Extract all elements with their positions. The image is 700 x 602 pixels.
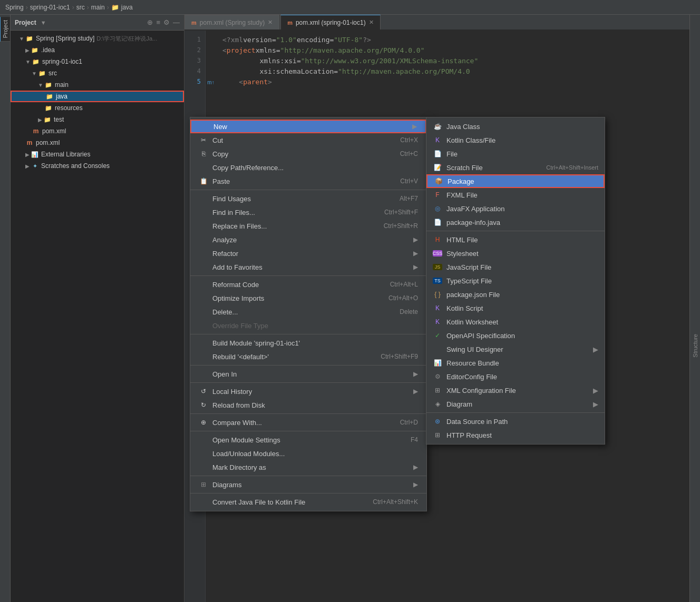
tab-pom-ioc1[interactable]: m pom.xml (spring-01-ioc1) ✕ [280, 15, 380, 29]
tree-pom-root[interactable]: m pom.xml [11, 137, 184, 149]
tab-m-icon-2: m [287, 19, 293, 26]
ctx-local-history[interactable]: ↺ Local History ▶ [190, 384, 426, 398]
sub-html[interactable]: H HTML File [426, 233, 605, 246]
sub-javafx-label: JavaFX Application [446, 205, 505, 213]
ctx-analyze[interactable]: Analyze ▶ [190, 233, 426, 246]
datasource-icon: ⊛ [433, 418, 442, 425]
sub-file[interactable]: 📄 File [426, 147, 605, 161]
sub-sep-1 [426, 231, 605, 231]
ctx-copy-path[interactable]: Copy Path/Reference... [190, 161, 426, 174]
ctx-open-in[interactable]: Open In ▶ [190, 367, 426, 381]
ctx-compare-with[interactable]: ⊕ Compare With... Ctrl+D [190, 416, 426, 429]
pkg-info-icon: 📄 [433, 219, 442, 226]
ctx-add-favorites-label: Add to Favorites [212, 263, 262, 271]
sub-java-class[interactable]: ☕ Java Class [426, 120, 605, 133]
ctx-paste[interactable]: 📋 Paste Ctrl+V [190, 174, 426, 188]
sub-datasource[interactable]: ⊛ Data Source in Path [426, 415, 605, 428]
ctx-new-label: New [213, 123, 227, 131]
minimize-icon[interactable]: — [173, 18, 180, 26]
ctx-replace-files[interactable]: Replace in Files... Ctrl+Shift+R [190, 219, 426, 233]
sub-swing[interactable]: Swing UI Designer ▶ [426, 342, 605, 356]
tree-resources[interactable]: 📁 resources [11, 102, 184, 114]
sub-openapi[interactable]: ✓ OpenAPI Specification [426, 329, 605, 342]
ctx-sep-1 [190, 190, 426, 190]
sub-pkg-info[interactable]: 📄 package-info.java [426, 215, 605, 229]
ctx-copy[interactable]: ⎘ Copy Ctrl+C [190, 147, 426, 161]
tab-pom-spring[interactable]: m pom.xml (Spring study) ✕ [184, 15, 279, 29]
tab-close-1[interactable]: ✕ [268, 19, 273, 26]
tab-m-icon-1: m [191, 19, 197, 26]
sub-fxml[interactable]: F FXML File [426, 188, 605, 202]
tree-pom-module[interactable]: m pom.xml [11, 125, 184, 137]
ctx-find-usages[interactable]: Find Usages Alt+F7 [190, 192, 426, 205]
sub-javafx[interactable]: ◎ JavaFX Application [426, 202, 605, 215]
ctx-build-module[interactable]: Build Module 'spring-01-ioc1' [190, 336, 426, 350]
diagram-icon: ◈ [433, 400, 442, 408]
ctx-cut[interactable]: ✂ Cut Ctrl+X [190, 133, 426, 147]
tab-close-2[interactable]: ✕ [369, 19, 374, 26]
sub-kotlin-script[interactable]: K Kotlin Script [426, 301, 605, 315]
bc-src[interactable]: src [76, 4, 85, 11]
ctx-find-files[interactable]: Find in Files... Ctrl+Shift+F [190, 205, 426, 219]
sidebar-project-tab[interactable]: Project [0, 17, 10, 42]
tree-module[interactable]: ▼ 📁 spring-01-ioc1 [11, 56, 184, 67]
ctx-sep-4 [190, 365, 426, 366]
ctx-load-unload[interactable]: Load/Unload Modules... [190, 447, 426, 460]
ctx-mark-dir[interactable]: Mark Directory as ▶ [190, 460, 426, 474]
tree-spring-root[interactable]: ▼ 📁 Spring [Spring study] D:\学习笔记\狂神说Ja.… [11, 33, 184, 44]
sub-java-class-label: Java Class [446, 123, 480, 131]
settings-icon[interactable]: ⚙ [163, 18, 170, 26]
bc-java[interactable]: java [121, 4, 133, 11]
module-folder-icon: 📁 [32, 57, 40, 66]
tree-java[interactable]: 📁 java [11, 91, 184, 102]
structure-tab[interactable]: Structure [691, 331, 700, 361]
ctx-reformat[interactable]: Reformat Code Ctrl+Alt+L [190, 278, 426, 291]
sub-kotlin-class[interactable]: K Kotlin Class/File [426, 133, 605, 147]
tree-idea[interactable]: ▶ 📁 .idea [11, 44, 184, 56]
sub-xml-config[interactable]: ⊞ XML Configuration File ▶ [426, 383, 605, 397]
ctx-optimize[interactable]: Optimize Imports Ctrl+Alt+O [190, 291, 426, 305]
ctx-add-favorites[interactable]: Add to Favorites ▶ [190, 260, 426, 274]
ctx-reload[interactable]: ↻ Reload from Disk [190, 398, 426, 412]
tree-test[interactable]: ▶ 📁 test [11, 114, 184, 125]
ctx-refactor[interactable]: Refactor ▶ [190, 246, 426, 260]
sub-http[interactable]: ⊞ HTTP Request [426, 428, 605, 442]
ctx-rebuild[interactable]: Rebuild '<default>' Ctrl+Shift+F9 [190, 350, 426, 363]
ctx-module-settings-label: Open Module Settings [212, 436, 280, 444]
sub-http-label: HTTP Request [446, 431, 492, 439]
project-panel: Project ▼ ⊕ ≡ ⚙ — ▼ 📁 Spring [Spring stu… [11, 15, 184, 602]
ctx-sep-8 [190, 476, 426, 476]
bc-module[interactable]: spring-01-ioc1 [30, 4, 70, 11]
locate-icon[interactable]: ⊕ [147, 18, 153, 26]
sub-stylesheet[interactable]: CSS Stylesheet [426, 246, 605, 260]
tree-src[interactable]: ▼ 📁 src [11, 67, 184, 79]
sub-js[interactable]: JS JavaScript File [426, 260, 605, 274]
sub-diagram[interactable]: ◈ Diagram ▶ [426, 397, 605, 411]
bc-main[interactable]: main [91, 4, 105, 11]
ctx-module-settings[interactable]: Open Module Settings F4 [190, 433, 426, 447]
sub-editorconfig[interactable]: ⚙ EditorConfig File [426, 370, 605, 383]
ctx-diagrams[interactable]: ⊞ Diagrams ▶ [190, 478, 426, 491]
ctx-override-type: Override File Type [190, 319, 426, 332]
ts-icon: TS [433, 278, 442, 284]
ctx-delete[interactable]: Delete... Delete [190, 305, 426, 319]
tree-ext-lib[interactable]: ▶ 📊 External Libraries [11, 149, 184, 160]
bc-spring[interactable]: Spring [5, 4, 24, 11]
ctx-reformat-label: Reformat Code [212, 281, 259, 289]
sub-ts[interactable]: TS TypeScript File [426, 274, 605, 288]
ctx-convert-java[interactable]: Convert Java File to Kotlin File Ctrl+Al… [190, 495, 426, 509]
tree-main[interactable]: ▼ 📁 main [11, 79, 184, 91]
ctx-find-usages-label: Find Usages [212, 195, 251, 203]
sub-kotlin-worksheet[interactable]: K Kotlin Worksheet [426, 315, 605, 329]
sub-scratch-file[interactable]: 📝 Scratch File Ctrl+Alt+Shift+Insert [426, 161, 605, 174]
ctx-new[interactable]: New ▶ [190, 120, 426, 133]
scroll-icon[interactable]: ≡ [156, 18, 160, 26]
sub-resource-bundle[interactable]: 📊 Resource Bundle [426, 356, 605, 370]
tab-label-1: pom.xml (Spring study) [200, 19, 265, 26]
src-folder-icon: 📁 [38, 69, 46, 77]
project-dropdown-icon[interactable]: ▼ [41, 19, 46, 26]
sub-package[interactable]: 📦 Package [426, 174, 605, 188]
sub-json[interactable]: { } package.json File [426, 288, 605, 301]
tree-scratches[interactable]: ▶ ✦ Scratches and Consoles [11, 160, 184, 172]
sub-kotlin-script-label: Kotlin Script [446, 304, 483, 312]
